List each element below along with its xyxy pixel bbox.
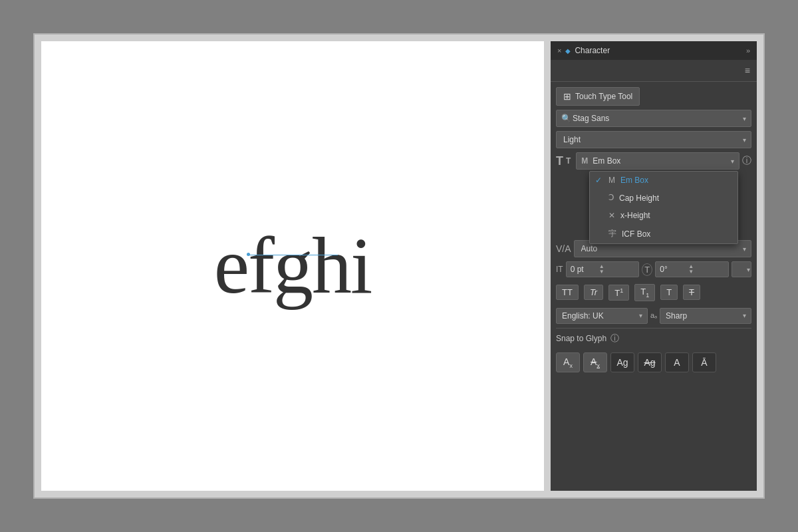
panel-title-left: × ◆ Character	[557, 46, 610, 55]
dropdown-item-cap-height[interactable]: Ͻ Cap Height	[590, 189, 737, 207]
size-large-icon: T	[556, 154, 563, 168]
touch-type-button[interactable]: ⊞ Touch Type Tool	[556, 87, 640, 106]
diamond-icon: ◆	[565, 47, 571, 55]
kern-icon: V/A	[556, 243, 571, 254]
sharp-wrapper: Sharp ▾	[660, 308, 751, 324]
tracking-icon: IT	[556, 265, 563, 274]
glyph-btn-3[interactable]: Ag	[610, 352, 634, 373]
canvas-text: efghi	[214, 220, 372, 312]
type-style-row: TT Tr T1 T1 T T	[556, 281, 751, 304]
rotate-input[interactable]	[658, 262, 688, 277]
font-style-row: Light ▾	[556, 131, 751, 148]
em-box-section: T T M Em Box ▾ ⓘ ✓ M	[556, 152, 751, 170]
app-window: efghi × ◆ Character » . ≡ ⊞ Touch T	[33, 33, 765, 499]
em-box-select[interactable]: Em Box	[576, 152, 739, 170]
glyph-btn-6[interactable]: Ā	[692, 352, 716, 373]
tracking-input[interactable]	[569, 262, 599, 277]
font-family-row: 🔍 Stag Sans ▾	[556, 110, 751, 127]
size-small-icon: T	[566, 156, 571, 166]
panel-header: . ≡	[551, 60, 757, 82]
tracking-row: IT ▲ ▼ T ▲ ▼	[556, 261, 751, 277]
touch-type-icon: ⊞	[563, 91, 571, 102]
snap-label: Snap to Glyph	[556, 334, 606, 343]
em-box-dropdown: ✓ M Em Box Ͻ Cap Height ✕ x-Height 宇 I	[589, 171, 738, 244]
panel-title: Character	[575, 46, 610, 55]
antialiasing-icon: aₐ	[650, 311, 657, 320]
em-box-row: T T M Em Box ▾ ⓘ	[556, 152, 751, 170]
tracking-arrows[interactable]: ▲ ▼	[599, 264, 604, 275]
sharp-select[interactable]: Sharp	[660, 308, 751, 324]
em-prefix: M	[581, 156, 588, 166]
lang-sharp-row: English: UK ▾ aₐ Sharp ▾	[556, 308, 751, 324]
glyph-buttons-row: Ax Ax Ag Ag A Ā	[556, 351, 751, 374]
glyph-btn-4[interactable]: Ag	[638, 352, 662, 373]
rotate-icon: T	[642, 263, 652, 276]
touch-type-btn-row: ⊞ Touch Type Tool	[556, 87, 751, 106]
type-btn-tr[interactable]: Tr	[584, 285, 603, 300]
snap-row: Snap to Glyph ⓘ	[556, 328, 751, 347]
type-btn-t[interactable]: T	[660, 285, 678, 300]
glyph-btn-2[interactable]: Ax	[583, 352, 607, 373]
glyph-btn-1[interactable]: Ax	[556, 352, 580, 373]
em-box-select-wrapper: M Em Box ▾	[576, 152, 739, 170]
glyph-btn-5[interactable]: A	[665, 352, 689, 373]
type-btn-sup[interactable]: T1	[608, 285, 629, 301]
close-button[interactable]: ×	[557, 47, 561, 55]
hamburger-menu[interactable]: ≡	[745, 65, 750, 76]
collapse-icon[interactable]: »	[746, 47, 750, 55]
panel-title-bar: × ◆ Character »	[551, 41, 757, 60]
type-btn-sub[interactable]: T1	[634, 284, 655, 301]
baseline-line	[247, 255, 338, 255]
dropdown-item-em-box[interactable]: ✓ M Em Box	[590, 172, 737, 189]
language-wrapper: English: UK ▾	[556, 308, 648, 324]
panel-body: ⊞ Touch Type Tool 🔍 Stag Sans ▾ Light ▾	[551, 82, 757, 491]
rotate-unit-select[interactable]	[732, 261, 751, 277]
dropdown-item-icf-box[interactable]: 宇 ICF Box	[590, 224, 737, 243]
rotate-arrows[interactable]: ▲ ▼	[688, 264, 694, 275]
character-panel: × ◆ Character » . ≡ ⊞ Touch Type Tool 🔍	[551, 41, 757, 491]
tracking-input-group[interactable]: ▲ ▼	[566, 261, 640, 277]
search-icon: 🔍	[561, 114, 571, 123]
font-style-select[interactable]: Light	[556, 131, 751, 148]
snap-info-icon[interactable]: ⓘ	[610, 332, 619, 344]
em-box-info-icon[interactable]: ⓘ	[742, 155, 751, 167]
type-btn-tt[interactable]: TT	[556, 285, 579, 300]
rotate-select-wrapper: ▾	[732, 261, 751, 277]
dropdown-item-x-height[interactable]: ✕ x-Height	[590, 207, 737, 224]
language-select[interactable]: English: UK	[556, 308, 648, 324]
rotate-input-group[interactable]: ▲ ▼	[655, 261, 729, 277]
type-btn-strikethrough[interactable]: T	[683, 285, 700, 300]
font-family-select[interactable]: Stag Sans	[556, 110, 751, 127]
canvas-area: efghi	[41, 41, 544, 491]
